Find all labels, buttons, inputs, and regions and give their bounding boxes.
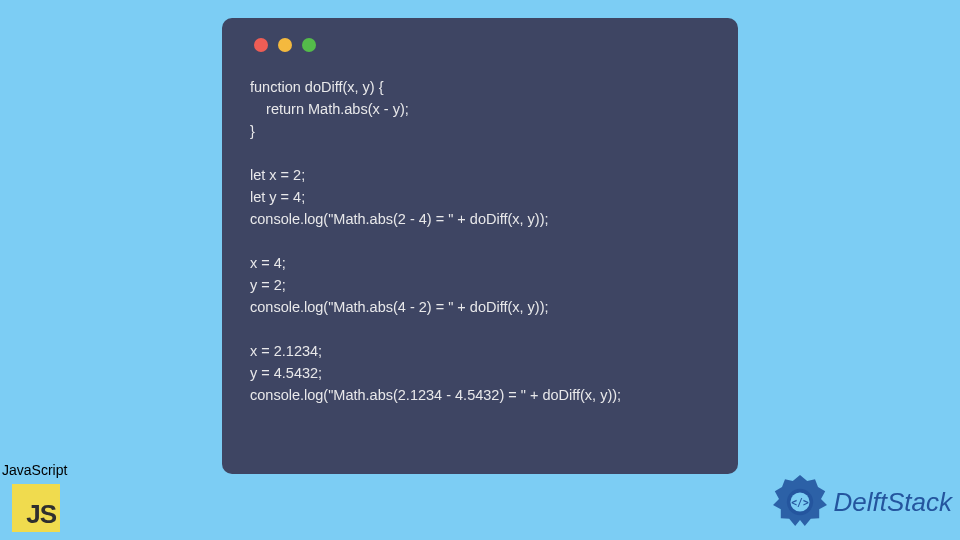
delftstack-brand: </> DelftStack bbox=[770, 472, 953, 532]
javascript-label: JavaScript bbox=[2, 462, 67, 478]
delftstack-brand-text: DelftStack bbox=[834, 487, 953, 518]
svg-text:</>: </> bbox=[791, 497, 809, 508]
code-content: function doDiff(x, y) { return Math.abs(… bbox=[250, 76, 710, 406]
maximize-icon bbox=[302, 38, 316, 52]
delftstack-logo-icon: </> bbox=[770, 472, 830, 532]
javascript-logo-icon: JS bbox=[12, 484, 60, 532]
close-icon bbox=[254, 38, 268, 52]
window-controls bbox=[254, 38, 710, 52]
js-logo-text: JS bbox=[26, 499, 56, 530]
minimize-icon bbox=[278, 38, 292, 52]
code-window: function doDiff(x, y) { return Math.abs(… bbox=[222, 18, 738, 474]
